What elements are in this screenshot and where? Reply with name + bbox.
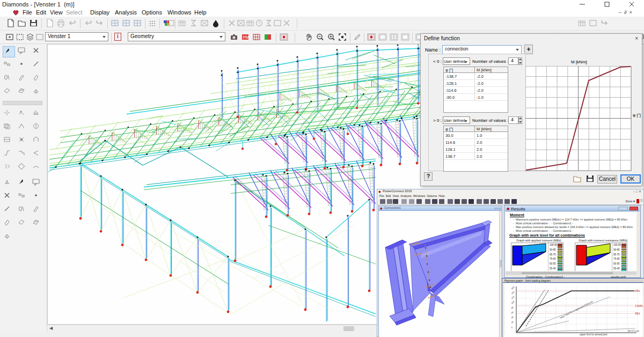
svg-text:20: 20 [510,320,514,324]
svg-text:upper limit for pinned joint: upper limit for pinned joint [580,333,608,336]
svg-text:40: 40 [510,315,514,319]
svg-text:100: 100 [510,300,515,305]
svg-text:60: 60 [510,310,514,314]
svg-text:MEd: MEd [635,312,640,315]
svg-text:140: 140 [510,290,515,295]
svg-text:PM: PM [243,35,249,39]
svg-text:80: 80 [510,305,514,309]
svg-text:2/3MRd: 2/3MRd [635,305,643,307]
svg-text:160: 160 [510,285,515,290]
svg-text:0: 0 [510,326,514,329]
svg-text:MRd: MRd [635,290,640,292]
svg-text:120: 120 [510,295,515,300]
svg-text:(EC3 2-rad): (EC3 2-rad) [628,329,640,332]
